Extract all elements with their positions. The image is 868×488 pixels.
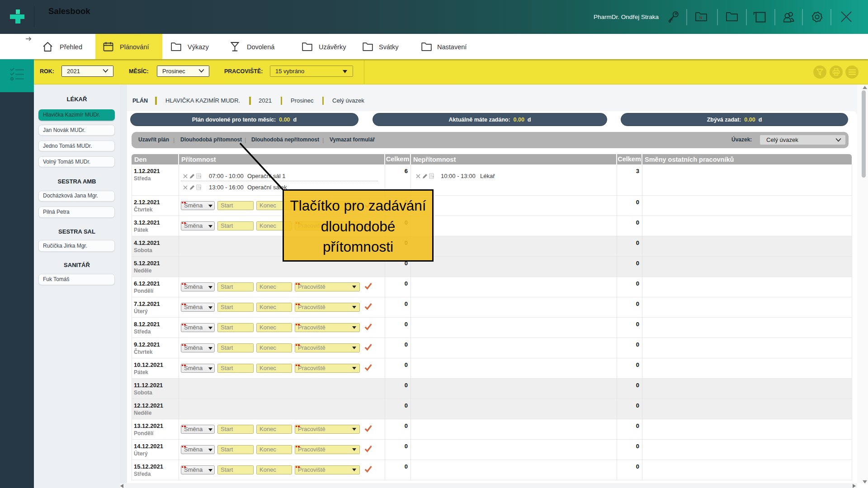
svg-text:N: N (699, 15, 702, 20)
